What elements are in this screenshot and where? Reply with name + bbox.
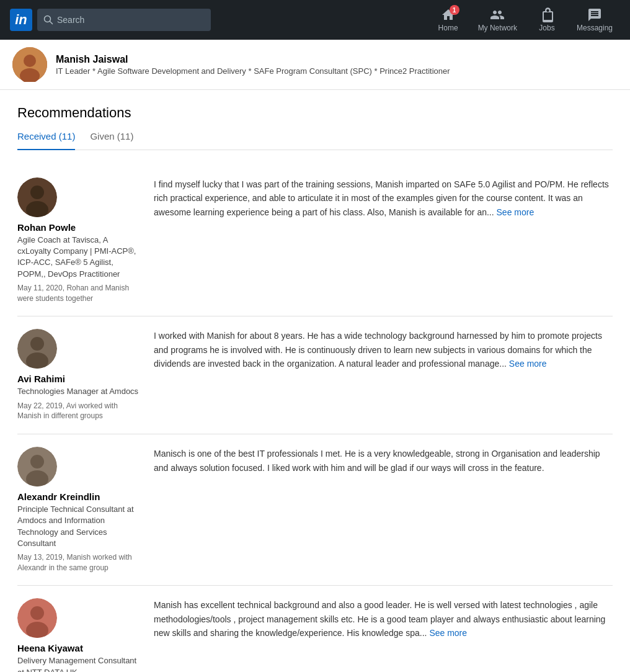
recommender-title-2: Technologies Manager at Amdocs <box>17 386 141 397</box>
see-more-1[interactable]: See more <box>497 207 535 217</box>
messaging-label: Messaging <box>577 24 613 32</box>
tab-given[interactable]: Given (11) <box>90 131 133 150</box>
recommendation-text-2: I worked with Manish for about 8 years. … <box>154 329 613 421</box>
recommender-left-1: Rohan Powle Agile Coach at Tavisca, A cx… <box>17 177 141 303</box>
nav-item-my-network[interactable]: My Network <box>471 7 525 32</box>
profile-info: Manish Jaiswal IT Leader * Agile Softwar… <box>56 54 450 76</box>
nav-item-messaging[interactable]: Messaging <box>569 7 620 32</box>
recommendation-item: Alexandr Kreindlin Principle Technical C… <box>17 434 613 586</box>
recommender-avatar-4 <box>17 598 57 638</box>
recommender-left-3: Alexandr Kreindlin Principle Technical C… <box>17 447 141 573</box>
profile-headline: IT Leader * Agile Software Development a… <box>56 66 450 76</box>
search-icon <box>43 15 53 25</box>
svg-point-15 <box>30 606 44 620</box>
jobs-icon-wrap <box>539 7 554 22</box>
recommender-avatar-2 <box>17 329 57 369</box>
svg-point-3 <box>24 55 36 67</box>
recommendation-text-3: Manisch is one of the best IT profession… <box>154 447 613 573</box>
recommender-date-2: May 22, 2019, Avi worked with Manish in … <box>17 401 141 422</box>
profile-name: Manish Jaiswal <box>56 54 450 65</box>
svg-point-9 <box>30 337 44 351</box>
recommendation-item: Rohan Powle Agile Coach at Tavisca, A cx… <box>17 165 613 316</box>
recommender-date-3: May 13, 2019, Manish worked with Alexand… <box>17 552 141 573</box>
recommendation-text-1: I find myself lucky that I was part of t… <box>154 177 613 303</box>
profile-avatar <box>12 47 47 82</box>
home-label: Home <box>438 24 458 32</box>
messaging-icon-wrap <box>587 7 602 22</box>
recommender-date-1: May 11, 2020, Rohan and Manish were stud… <box>17 283 141 304</box>
home-notification-badge: 1 <box>450 5 459 15</box>
my-network-label: My Network <box>478 24 517 32</box>
section-title: Recommendations <box>17 105 613 121</box>
navbar: in 1 Home <box>0 0 630 40</box>
home-icon-wrap: 1 <box>441 7 456 22</box>
linkedin-logo[interactable]: in <box>10 9 32 31</box>
recommender-avatar-3 <box>17 447 57 486</box>
recommender-title-1: Agile Coach at Tavisca, A cxLoyalty Comp… <box>17 235 141 280</box>
nav-items: 1 Home My Network Jobs <box>428 7 620 32</box>
recommender-name-1: Rohan Powle <box>17 222 141 233</box>
profile-header: Manish Jaiswal IT Leader * Agile Softwar… <box>0 40 630 90</box>
recommendation-text-4: Manish has excellent technical backgroun… <box>154 598 613 672</box>
jobs-label: Jobs <box>539 24 554 32</box>
my-network-icon-wrap <box>490 7 505 22</box>
nav-item-jobs[interactable]: Jobs <box>527 7 567 32</box>
recommender-name-3: Alexandr Kreindlin <box>17 491 141 502</box>
recommender-name-2: Avi Rahimi <box>17 374 141 384</box>
recommender-left-4: Heena Kiyawat Delivery Management Consul… <box>17 598 141 672</box>
tabs: Received (11) Given (11) <box>17 131 613 150</box>
recommender-avatar-1 <box>17 177 57 217</box>
search-bar <box>37 9 211 31</box>
nav-item-home[interactable]: 1 Home <box>428 7 468 32</box>
svg-point-12 <box>30 455 44 468</box>
recommendation-item: Avi Rahimi Technologies Manager at Amdoc… <box>17 316 613 434</box>
linkedin-logo-text: in <box>15 12 27 28</box>
svg-point-6 <box>30 186 44 199</box>
search-input[interactable] <box>57 15 205 25</box>
see-more-4[interactable]: See more <box>429 628 467 638</box>
main-content: Recommendations Received (11) Given (11)… <box>0 90 630 672</box>
recommender-left-2: Avi Rahimi Technologies Manager at Amdoc… <box>17 329 141 421</box>
svg-line-1 <box>50 22 53 24</box>
recommender-title-3: Principle Technical Consultant at Amdocs… <box>17 504 141 549</box>
recommender-title-4: Delivery Management Consultant at NTT DA… <box>17 655 141 672</box>
tab-received[interactable]: Received (11) <box>17 131 75 150</box>
recommendation-item: Heena Kiyawat Delivery Management Consul… <box>17 586 613 672</box>
recommender-name-4: Heena Kiyawat <box>17 643 141 653</box>
see-more-2[interactable]: See more <box>509 359 547 369</box>
recommendations-list: Rohan Powle Agile Coach at Tavisca, A cx… <box>17 165 613 672</box>
